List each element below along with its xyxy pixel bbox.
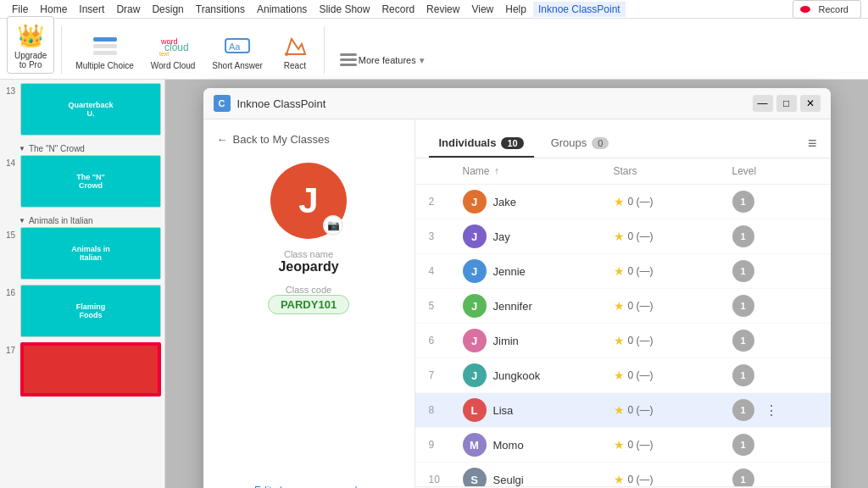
- level-cell: 1: [732, 330, 817, 352]
- word-cloud-button[interactable]: word cloud text Word Cloud: [144, 27, 203, 74]
- table-row[interactable]: 10 S Seulgi ★ 0 (—) 1: [415, 463, 831, 486]
- col-level-header: Level: [732, 165, 817, 177]
- menu-review[interactable]: Review: [421, 2, 465, 17]
- stars-value: 0 (—): [628, 265, 654, 277]
- crown-icon: 👑: [15, 20, 46, 51]
- menu-view[interactable]: View: [466, 2, 498, 17]
- slide-label-15: Animals inItalian: [21, 228, 160, 279]
- word-cloud-icon: word cloud text: [158, 30, 188, 61]
- maximize-button[interactable]: □: [776, 95, 797, 112]
- slide-item-15[interactable]: 15 Animals inItalian: [3, 227, 161, 280]
- stars-value: 0 (—): [628, 439, 654, 451]
- student-avatar: J: [463, 363, 487, 387]
- multiple-choice-button[interactable]: Multiple Choice: [69, 27, 140, 74]
- menu-transitions[interactable]: Transitions: [191, 2, 250, 17]
- menu-draw[interactable]: Draw: [111, 2, 145, 17]
- stars-value: 0 (—): [628, 404, 654, 416]
- back-to-classes-button[interactable]: ← Back to My Classes: [217, 133, 330, 146]
- table-row[interactable]: 9 M Momo ★ 0 (—) 1: [415, 428, 831, 463]
- level-cell: 1: [732, 434, 817, 456]
- minimize-button[interactable]: —: [753, 95, 773, 112]
- slide-thumb-13[interactable]: QuarterbackU.: [20, 83, 161, 136]
- toolbar-separator: [61, 26, 62, 74]
- menu-bar: File Home Insert Draw Design Transitions…: [0, 0, 868, 19]
- slide-thumb-16[interactable]: FlamingFoods: [20, 285, 161, 337]
- stars-cell: ★ 0 (—): [614, 438, 732, 452]
- col-name-header: Name ↑: [463, 165, 614, 177]
- slide-number-16: 16: [3, 285, 15, 297]
- star-icon: ★: [614, 334, 625, 347]
- svg-rect-10: [340, 58, 357, 61]
- drawing-label: React: [284, 61, 306, 70]
- record-btn-label: Record: [814, 3, 854, 16]
- record-button[interactable]: Record: [793, 0, 861, 19]
- student-name: Jennie: [493, 265, 526, 278]
- level-badge: 1: [732, 295, 754, 317]
- drawing-button[interactable]: React: [273, 27, 317, 74]
- table-row[interactable]: 5 J Jennifer ★ 0 (—) 1: [415, 289, 831, 324]
- more-options-button[interactable]: ⋮: [761, 402, 782, 419]
- modal-titlebar: C Inknoe ClassPoint — □ ✕: [203, 88, 831, 119]
- tab-groups[interactable]: Groups 0: [541, 130, 620, 158]
- modal-title: Inknoe ClassPoint: [237, 97, 746, 110]
- level-cell: 1: [732, 469, 817, 486]
- stars-cell: ★ 0 (—): [614, 473, 732, 486]
- slide-item-14[interactable]: 14 The "N"Crowd: [3, 155, 161, 208]
- slide-item-16[interactable]: 16 FlamingFoods: [3, 285, 161, 337]
- back-arrow-icon: ←: [217, 133, 228, 146]
- menu-home[interactable]: Home: [35, 2, 72, 17]
- camera-icon[interactable]: 📷: [323, 215, 343, 236]
- edit-class-link[interactable]: Edit class name or code: [254, 485, 363, 488]
- more-features-button[interactable]: More features ▼: [331, 47, 433, 74]
- multiple-choice-icon: [90, 30, 120, 61]
- menu-record[interactable]: Record: [376, 2, 420, 17]
- student-cell: J Jimin: [463, 329, 614, 352]
- groups-label: Groups: [551, 136, 587, 149]
- individuals-label: Individuals: [439, 136, 497, 149]
- table-row[interactable]: 7 J Jungkook ★ 0 (—) 1: [415, 358, 831, 393]
- table-row[interactable]: 3 J Jay ★ 0 (—) 1: [415, 219, 831, 254]
- tab-individuals[interactable]: Individuals 10: [429, 130, 534, 158]
- menu-animations[interactable]: Animations: [252, 2, 312, 17]
- avatar-letter: J: [298, 180, 318, 221]
- back-label: Back to My Classes: [233, 133, 330, 146]
- stars-value: 0 (—): [628, 300, 654, 312]
- menu-inknoe[interactable]: Inknoe ClassPoint: [533, 2, 626, 17]
- student-cell: J Jennie: [463, 259, 614, 283]
- slide-thumb-15[interactable]: Animals inItalian: [20, 227, 161, 280]
- tab-menu-button[interactable]: ≡: [808, 135, 817, 152]
- short-answer-button[interactable]: Aa Short Answer: [205, 27, 269, 74]
- menu-help[interactable]: Help: [500, 2, 531, 17]
- slide-thumb-17[interactable]: [20, 342, 161, 396]
- slide-item-13[interactable]: 13 QuarterbackU.: [3, 83, 161, 136]
- toolbar: 👑 Upgrade to Pro Multiple Choice word cl…: [0, 19, 868, 80]
- upgrade-to-pro-button[interactable]: 👑 Upgrade to Pro: [7, 16, 54, 74]
- table-row[interactable]: 8 L Lisa ★ 0 (—) 1 ⋮: [415, 393, 831, 428]
- student-cell: J Jungkook: [463, 363, 614, 387]
- slide-label-13: QuarterbackU.: [21, 84, 160, 135]
- svg-text:Aa: Aa: [229, 42, 241, 52]
- svg-rect-9: [340, 53, 357, 56]
- menu-file[interactable]: File: [7, 2, 33, 17]
- student-cell: J Jennifer: [463, 294, 614, 318]
- slide-label-17: [22, 344, 159, 395]
- menu-design[interactable]: Design: [147, 2, 188, 17]
- level-cell: 1: [732, 260, 817, 282]
- stars-value: 0 (—): [628, 369, 654, 381]
- table-row[interactable]: 4 J Jennie ★ 0 (—) 1: [415, 254, 831, 289]
- level-badge: 1: [732, 225, 754, 247]
- more-features-label: More features: [359, 55, 416, 65]
- table-row[interactable]: 6 J Jimin ★ 0 (—) 1: [415, 324, 831, 358]
- close-button[interactable]: ✕: [800, 95, 821, 112]
- menu-slideshow[interactable]: Slide Show: [314, 2, 375, 17]
- level-cell: 1: [732, 191, 817, 213]
- menu-insert[interactable]: Insert: [74, 2, 109, 17]
- table-row[interactable]: 2 J Jake ★ 0 (—) 1: [415, 185, 831, 219]
- slide-thumb-14[interactable]: The "N"Crowd: [20, 155, 161, 208]
- slide-item-17[interactable]: 17: [3, 342, 161, 396]
- modal-body: ← Back to My Classes J 📷 Class name Jeop…: [203, 119, 831, 488]
- word-cloud-label: Word Cloud: [151, 61, 196, 70]
- groups-count-badge: 0: [592, 137, 609, 149]
- level-cell: 1 ⋮: [732, 399, 817, 421]
- stars-value: 0 (—): [628, 474, 654, 485]
